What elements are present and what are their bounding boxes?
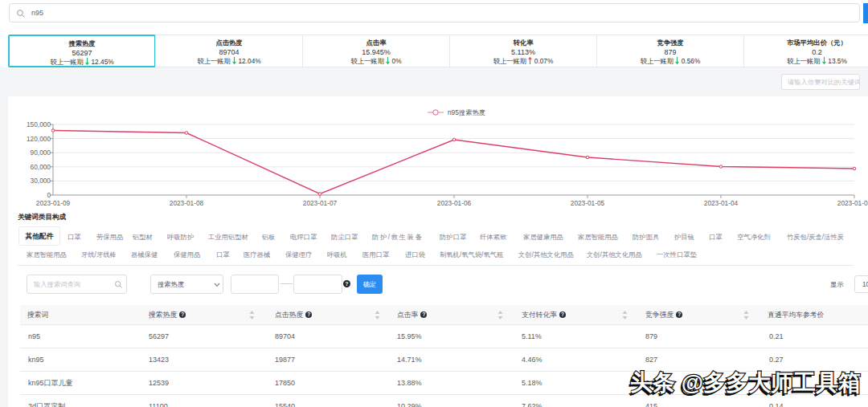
svg-text:2023-01-06: 2023-01-06 — [437, 199, 472, 207]
svg-text:30,000: 30,000 — [31, 177, 51, 185]
svg-text:0: 0 — [47, 191, 51, 199]
svg-text:2023-01-07: 2023-01-07 — [303, 199, 338, 207]
svg-text:90,000: 90,000 — [31, 149, 51, 157]
svg-text:120,000: 120,000 — [27, 135, 51, 143]
svg-text:2023-01-09: 2023-01-09 — [36, 199, 71, 207]
svg-text:2023-01-03: 2023-01-03 — [837, 199, 868, 207]
svg-text:150,000: 150,000 — [27, 120, 51, 128]
svg-text:n95搜索热度: n95搜索热度 — [448, 108, 485, 116]
svg-text:60,000: 60,000 — [31, 163, 51, 171]
svg-text:2023-01-04: 2023-01-04 — [704, 199, 739, 207]
svg-text:2023-01-05: 2023-01-05 — [571, 199, 605, 207]
svg-text:2023-01-08: 2023-01-08 — [170, 199, 204, 207]
